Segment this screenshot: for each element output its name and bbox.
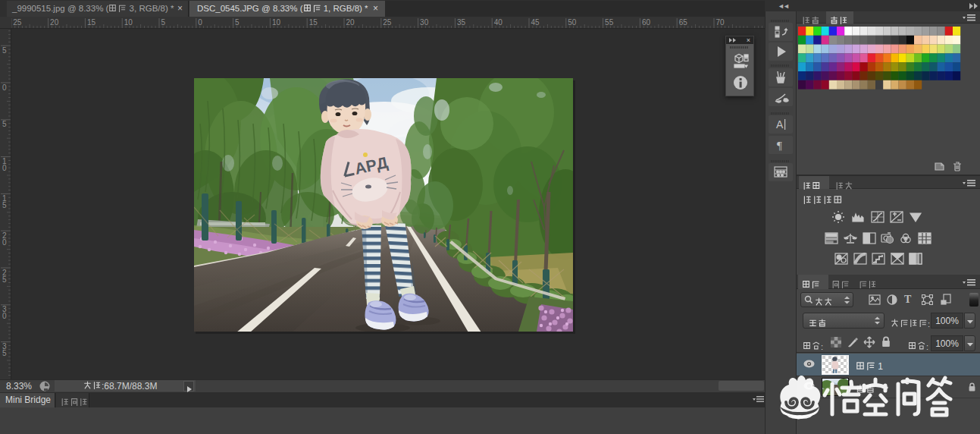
svg-text:55: 55 bbox=[605, 18, 614, 27]
svg-text:10: 10 bbox=[272, 18, 281, 27]
svg-text:0: 0 bbox=[2, 83, 7, 92]
svg-text:5: 5 bbox=[2, 120, 7, 128]
svg-text:5: 5 bbox=[235, 18, 240, 27]
svg-text:¶: ¶ bbox=[777, 140, 782, 152]
svg-text:0: 0 bbox=[2, 164, 7, 172]
svg-text:5: 5 bbox=[2, 46, 7, 55]
svg-text:0: 0 bbox=[2, 238, 7, 247]
svg-text:40: 40 bbox=[494, 18, 503, 27]
svg-text:60: 60 bbox=[642, 18, 651, 27]
svg-text:20: 20 bbox=[346, 18, 355, 27]
svg-text:45: 45 bbox=[531, 18, 540, 27]
svg-text:10: 10 bbox=[124, 18, 133, 27]
svg-text:15: 15 bbox=[309, 18, 318, 27]
svg-text:30: 30 bbox=[420, 18, 429, 27]
svg-text:5: 5 bbox=[161, 18, 166, 27]
svg-text:0: 0 bbox=[2, 312, 7, 320]
svg-text:20: 20 bbox=[50, 18, 59, 27]
svg-text:A: A bbox=[776, 118, 784, 131]
svg-text:5: 5 bbox=[2, 349, 7, 357]
svg-text:0: 0 bbox=[198, 18, 202, 27]
svg-text:50: 50 bbox=[568, 18, 577, 27]
svg-text:25: 25 bbox=[13, 18, 22, 27]
svg-text:65: 65 bbox=[679, 18, 688, 27]
svg-text:15: 15 bbox=[87, 18, 96, 27]
svg-text:5: 5 bbox=[2, 201, 7, 209]
svg-text:35: 35 bbox=[457, 18, 466, 27]
svg-text:5: 5 bbox=[2, 275, 7, 284]
svg-text:25: 25 bbox=[383, 18, 392, 27]
svg-text:70: 70 bbox=[716, 18, 725, 27]
